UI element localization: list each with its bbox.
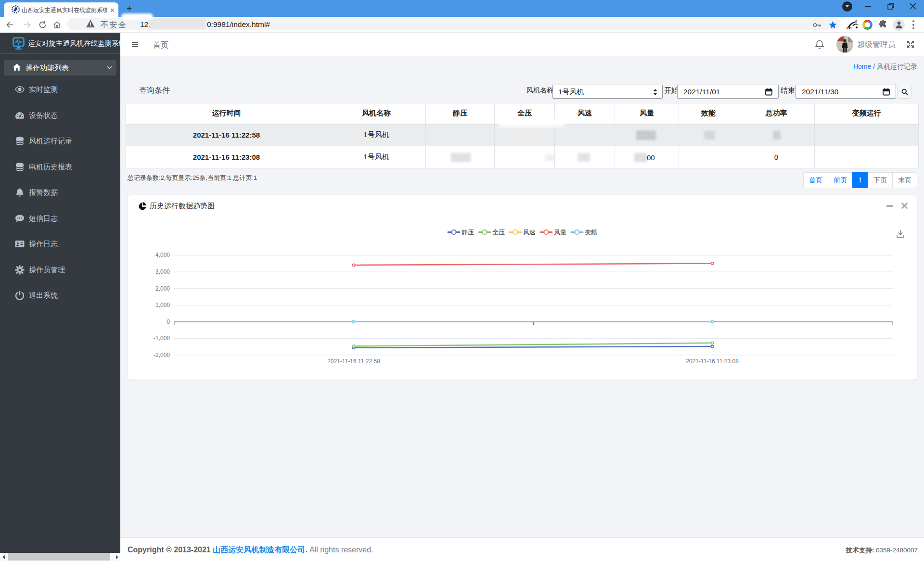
svg-text:-2,000: -2,000: [154, 352, 170, 358]
svg-text:2,000: 2,000: [155, 285, 170, 292]
svg-text:3,000: 3,000: [155, 268, 170, 275]
svg-text:风速: 风速: [523, 229, 536, 236]
svg-text:风量: 风量: [554, 229, 566, 236]
svg-text:-1,000: -1,000: [154, 335, 170, 342]
svg-text:考: 考: [855, 20, 858, 23]
svg-text:变频: 变频: [585, 229, 597, 236]
svg-text:en: en: [847, 26, 852, 30]
svg-text:2021-11-16 11:22:58: 2021-11-16 11:22:58: [327, 358, 380, 365]
svg-text:4,000: 4,000: [155, 252, 170, 258]
svg-text:2021-11-16 11:23:08: 2021-11-16 11:23:08: [686, 358, 739, 365]
svg-text:全压: 全压: [492, 229, 505, 236]
svg-text:静压: 静压: [462, 229, 474, 236]
svg-text:1,000: 1,000: [155, 302, 170, 308]
svg-text:0: 0: [167, 319, 170, 325]
